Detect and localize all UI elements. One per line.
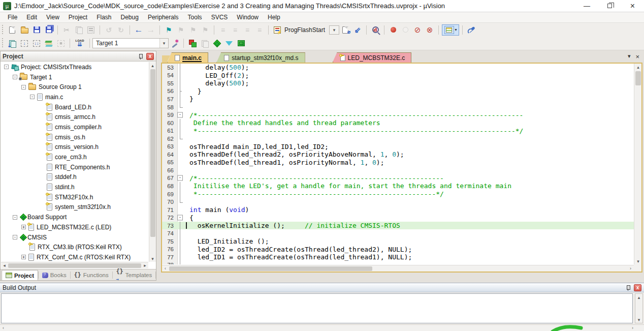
tree-item-rte-components-h[interactable]: RTE_Components.h (1, 162, 148, 172)
navigate-back-button[interactable]: ← (133, 24, 144, 36)
code-line-61[interactable]: 61 *------------------------------------… (162, 127, 634, 135)
save-button[interactable] (31, 24, 42, 36)
collapse-expander[interactable]: - (30, 95, 35, 99)
code-line-62[interactable]: 62 (162, 135, 634, 143)
tree-item-rtx-conf-cm-c-rtos-keil-rtx[interactable]: +RTX_Conf_CM.c (RTOS:Keil RTX) (1, 252, 148, 262)
tree-item-cmsis-version-h[interactable]: cmsis_version.h (1, 142, 148, 153)
cut-button[interactable]: ✂ (61, 24, 72, 36)
project-tree-hscrollbar[interactable]: ◂ ▸ (1, 262, 148, 268)
code-line-63[interactable]: 63osThreadId main_ID,led_ID1,led_ID2; (162, 142, 634, 151)
panel-splitter[interactable] (157, 51, 161, 281)
code-area[interactable]: 53 delay(500);54 LED_Off(2);55 delay(500… (162, 64, 634, 264)
build-output-close-button[interactable]: x (634, 284, 641, 291)
code-line-58[interactable]: 58 (162, 103, 634, 111)
flash-config-button[interactable] (272, 24, 283, 36)
manage-rte-button[interactable] (211, 38, 222, 49)
build-output-content[interactable] (2, 294, 632, 323)
tree-item-main-c[interactable]: -main.c (1, 92, 148, 102)
pin-icon[interactable] (137, 53, 144, 60)
fold-margin[interactable] (176, 174, 185, 183)
tree-item-target-1[interactable]: -Target 1 (1, 72, 148, 82)
new-file-button[interactable] (7, 24, 18, 36)
copy-button[interactable] (73, 24, 84, 36)
scroll-right-arrow[interactable]: ▸ (142, 262, 148, 269)
editor-tab-led-mcbstm32e-c[interactable]: LED_MCBSTM32E.c (333, 52, 412, 63)
clear-bookmarks-button[interactable]: ⚑ (200, 24, 211, 36)
tree-item-stdint-h[interactable]: stdint.h (1, 182, 148, 192)
scrollbar-thumb[interactable] (169, 266, 372, 271)
toolbar-grip[interactable] (2, 25, 4, 35)
insert-breakpoint-button[interactable] (388, 24, 399, 36)
menu-project[interactable]: Project (64, 13, 92, 22)
configure-tools-button[interactable] (466, 24, 477, 36)
scroll-up-arrow[interactable]: ▴ (636, 294, 642, 300)
code-line-70[interactable]: 70 (162, 198, 634, 206)
code-line-71[interactable]: 71int main (void) (162, 206, 634, 214)
indent-button[interactable]: ≡ (217, 24, 229, 36)
find-in-files-button[interactable]: ⌀ (340, 24, 351, 36)
disable-all-breakpoints-button[interactable]: ⊘ (412, 24, 423, 36)
target-select[interactable]: Target 1 ▾ (92, 38, 169, 48)
tree-item-board-support[interactable]: -Board Support (1, 212, 148, 222)
menu-svcs[interactable]: SVCS (207, 13, 233, 22)
close-button[interactable]: × (621, 0, 644, 12)
tree-item-board-led-h[interactable]: Board_LED.h (1, 102, 148, 112)
panel-tab-books[interactable]: Books (39, 270, 70, 280)
code-line-53[interactable]: 53 delay(500); (162, 64, 634, 72)
select-packs-button[interactable] (223, 38, 235, 49)
tree-item-cmsis-armcc-h[interactable]: cmsis_armcc.h (1, 112, 148, 122)
options-for-target-button[interactable] (169, 38, 180, 49)
code-line-76[interactable]: 76 led_ID2 = osThreadCreate(osThread(led… (162, 246, 634, 254)
windows-button[interactable] (199, 38, 210, 49)
debug-download-button[interactable]: ⇙ (352, 24, 363, 36)
code-line-66[interactable]: 66 (162, 166, 634, 174)
collapse-expander[interactable]: - (4, 65, 9, 69)
tree-item-led-mcbstm32e-c-led[interactable]: +LED_MCBSTM32E.c (LED) (1, 222, 148, 232)
tree-item-project-cmsisrtxthreads[interactable]: -Project: CMSISrtxThreads (1, 62, 148, 72)
enable-breakpoint-button[interactable] (400, 24, 411, 36)
collapse-expander[interactable]: - (21, 85, 26, 89)
code-line-73[interactable]: 73 osKernelInitialize (); // initialize … (162, 222, 634, 230)
editor-tab-startup-stm32f10x-md-s[interactable]: startup_stm32f10x_md.s (216, 52, 305, 63)
code-line-60[interactable]: 60 Define the thread handles and thread … (162, 119, 634, 127)
code-line-74[interactable]: 74 (162, 229, 634, 237)
collapse-expander[interactable]: - (13, 215, 17, 220)
translate-file-button[interactable]: ⇣ (7, 38, 18, 49)
tree-item-cmsis[interactable]: -CMSIS (1, 232, 148, 243)
scroll-left-arrow[interactable]: ◂ (1, 262, 8, 269)
panel-tab-project[interactable]: Project (2, 270, 38, 280)
pin-icon[interactable] (625, 284, 632, 291)
panel-tab-functions[interactable]: {}Functions (70, 270, 112, 280)
tree-item-stddef-h[interactable]: stddef.h (1, 172, 148, 183)
collapse-expander[interactable]: - (13, 235, 17, 239)
scroll-right-arrow[interactable]: › (629, 325, 636, 331)
toggle-bookmark-button[interactable]: ⚑ (163, 24, 174, 36)
collapse-expander[interactable]: - (13, 75, 17, 79)
code-line-67[interactable]: 67/*------------------------------------… (162, 174, 634, 183)
tree-item-stm32f10x-h[interactable]: STM32F10x.h (1, 192, 148, 202)
stop-build-button[interactable]: ■ (55, 38, 67, 49)
save-all-button[interactable] (43, 24, 54, 36)
editor-tab-main-c[interactable]: main.c (167, 52, 208, 63)
batch-build-button[interactable] (43, 38, 54, 49)
code-line-56[interactable]: 56 } (162, 87, 634, 96)
panel-tab-templates[interactable]: {}→Templates (112, 270, 155, 280)
menu-help[interactable]: Help (263, 13, 285, 22)
minimize-button[interactable]: — (575, 0, 598, 12)
unindent-button[interactable]: ≡ (230, 24, 241, 36)
scroll-left-arrow[interactable]: ‹ (162, 265, 169, 272)
paste-button[interactable] (85, 24, 96, 36)
editor-hscrollbar[interactable]: ‹ › (162, 265, 634, 272)
download-to-flash-button[interactable]: LOAD⇊ (73, 38, 86, 49)
scrollbar-thumb[interactable] (635, 71, 641, 85)
code-line-78[interactable]: 78 (162, 261, 634, 264)
build-output-hscrollbar[interactable]: ‹ › (0, 324, 644, 331)
scroll-left-arrow[interactable]: ‹ (0, 325, 7, 331)
code-line-55[interactable]: 55 delay(500); (162, 79, 634, 87)
project-window-button[interactable] (187, 38, 198, 49)
editor-vscrollbar[interactable]: ▴ ▾ (634, 64, 641, 264)
tree-item-cmsis-os-h[interactable]: cmsis_os.h (1, 132, 148, 142)
code-line-75[interactable]: 75 LED_Initialize (); (162, 237, 634, 246)
target-select-arrow[interactable]: ▾ (159, 39, 168, 48)
scroll-up-arrow[interactable]: ▴ (635, 64, 641, 70)
